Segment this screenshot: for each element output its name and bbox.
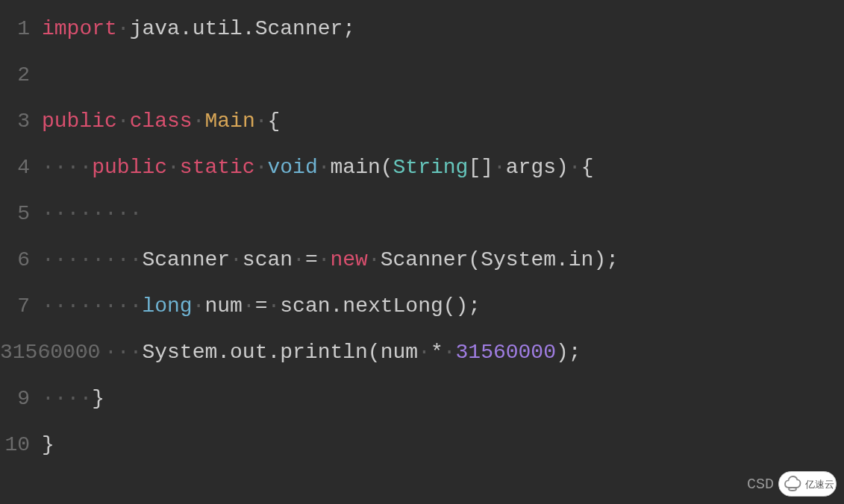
line-number: 6	[0, 237, 36, 283]
code-line	[42, 52, 844, 98]
code-line: }	[42, 422, 844, 468]
keyword-class: class	[130, 110, 193, 133]
code-line: ····}	[42, 376, 844, 422]
whitespace-dot: ·	[117, 17, 130, 40]
whitespace-dot: ········	[42, 341, 142, 364]
brace-close: }	[92, 387, 104, 410]
whitespace-dot: ·	[318, 156, 331, 179]
whitespace-dot: ·	[293, 248, 305, 271]
keyword-long: long	[142, 294, 192, 318]
equals: =	[255, 294, 268, 318]
whitespace-dot: ····	[42, 387, 92, 410]
whitespace-dot: ·	[193, 294, 205, 318]
code-text: Scanner	[142, 248, 230, 271]
whitespace-dot: ····	[42, 156, 92, 179]
line-number: 10	[0, 422, 36, 468]
code-text: System.out.println(num	[142, 341, 418, 364]
whitespace-dot: ·	[368, 248, 381, 271]
whitespace-dot: ·	[230, 248, 243, 271]
cloud-icon: 亿速云	[778, 471, 837, 497]
line-number: 9	[0, 376, 36, 422]
whitespace-dot: ········	[42, 202, 142, 225]
whitespace-dot: ········	[42, 294, 142, 318]
brace-open: {	[581, 156, 594, 179]
number-literal: 31560000	[456, 341, 556, 364]
keyword-new: new	[331, 248, 368, 271]
code-line: public·class·Main·{	[42, 98, 844, 145]
line-number: 3	[0, 98, 36, 145]
whitespace-dot: ·	[418, 341, 431, 364]
code-line: ········	[42, 191, 844, 237]
whitespace-dot: ·	[569, 156, 581, 179]
code-area: import·java.util.Scanner; public·class·M…	[36, 0, 844, 504]
param-name: args)	[506, 156, 569, 179]
whitespace-dot: ·	[268, 294, 281, 318]
line-number: 31560000	[0, 330, 36, 376]
whitespace-dot: ········	[42, 248, 142, 271]
code-text: );	[556, 341, 581, 364]
code-line: ········System.out.println(num·*·3156000…	[42, 330, 844, 376]
var-name: num	[204, 294, 242, 318]
class-name: Main	[204, 110, 254, 133]
code-line: ········Scanner·scan·=·new·Scanner(Syste…	[42, 237, 844, 283]
code-text: java.util.Scanner;	[130, 17, 355, 40]
keyword-static: static	[180, 156, 255, 179]
brace-close: }	[42, 433, 54, 456]
equals: =	[305, 248, 318, 271]
watermark-csdn: CSD	[747, 476, 774, 493]
code-line: ····public·static·void·main(String[]·arg…	[42, 145, 844, 191]
line-number: 5	[0, 191, 36, 237]
code-line: ········long·num·=·scan.nextLong();	[42, 283, 844, 330]
whitespace-dot: ·	[255, 156, 268, 179]
type-string: String	[393, 156, 469, 179]
method-name: main(	[331, 156, 393, 179]
brace-open: {	[268, 110, 281, 133]
whitespace-dot: ·	[443, 341, 456, 364]
whitespace-dot: ·	[193, 110, 205, 133]
line-number: 4	[0, 145, 36, 191]
watermark: CSD 亿速云	[747, 471, 837, 497]
line-number: 2	[0, 52, 36, 98]
code-text: Scanner(System.in);	[381, 248, 619, 271]
keyword-public: public	[42, 110, 117, 133]
whitespace-dot: ·	[167, 156, 180, 179]
whitespace-dot: ·	[318, 248, 331, 271]
whitespace-dot: ·	[493, 156, 506, 179]
line-number: 7	[0, 283, 36, 330]
whitespace-dot: ·	[243, 294, 255, 318]
var-name: scan	[243, 248, 293, 271]
code-editor: 1 2 3 4 5 6 7 31560000 9 10 import·java.…	[0, 0, 844, 504]
line-number: 1	[0, 6, 36, 52]
code-line: import·java.util.Scanner;	[42, 6, 844, 52]
whitespace-dot: ·	[255, 110, 268, 133]
watermark-cloud-text: 亿速云	[804, 479, 834, 490]
keyword-import: import	[42, 17, 117, 40]
brackets: []	[468, 156, 493, 179]
code-text: scan.nextLong();	[280, 294, 481, 318]
keyword-void: void	[268, 156, 318, 179]
line-gutter: 1 2 3 4 5 6 7 31560000 9 10	[0, 0, 36, 504]
whitespace-dot: ·	[117, 110, 130, 133]
operator: *	[431, 341, 443, 364]
keyword-public: public	[92, 156, 167, 179]
